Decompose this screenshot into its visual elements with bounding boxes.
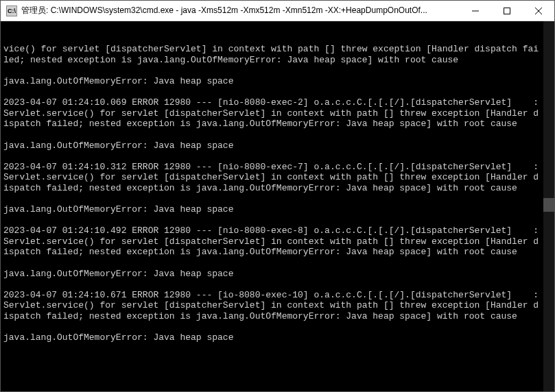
terminal-output: vice() for servlet [dispatcherServlet] i… (3, 44, 552, 343)
window-title: 管理员: C:\WINDOWS\system32\cmd.exe - java … (17, 5, 460, 16)
cmd-icon: C:\ (6, 5, 17, 16)
window-controls (460, 1, 554, 21)
minimize-button[interactable] (460, 1, 491, 21)
scrollbar-thumb[interactable] (543, 198, 554, 212)
terminal-area[interactable]: vice() for servlet [dispatcherServlet] i… (1, 21, 554, 391)
title-bar: C:\ 管理员: C:\WINDOWS\system32\cmd.exe - j… (1, 1, 554, 21)
maximize-button[interactable] (491, 1, 523, 21)
svg-rect-1 (504, 8, 510, 14)
scrollbar-track[interactable] (543, 21, 554, 391)
close-button[interactable] (523, 1, 554, 21)
